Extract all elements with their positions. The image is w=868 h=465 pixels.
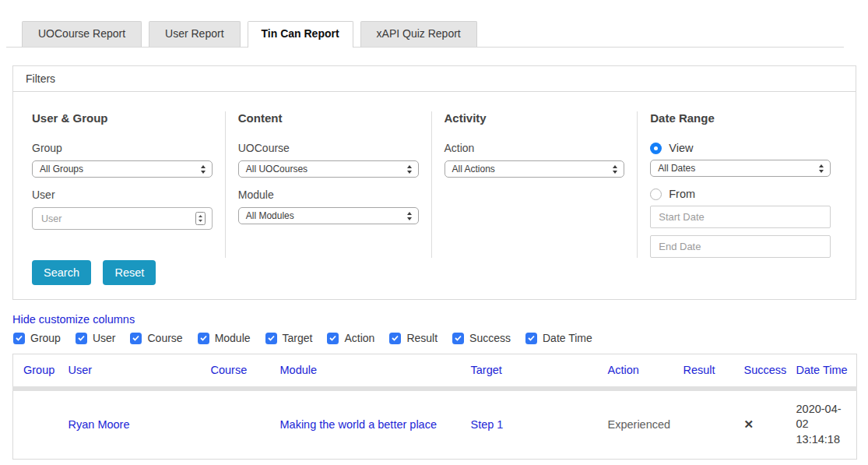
filters-actions: Search Reset (13, 258, 856, 299)
column-toggle-result[interactable]: Result (389, 332, 438, 344)
filter-section-user-group: User & Group Group All Groups User User (26, 111, 225, 258)
tab-xapi-quiz-report[interactable]: xAPI Quiz Report (360, 21, 477, 47)
checkbox-checked-icon[interactable] (452, 333, 464, 344)
checkbox-checked-icon[interactable] (327, 333, 339, 344)
search-button[interactable]: Search (32, 260, 91, 285)
column-toggle-date-time[interactable]: Date Time (525, 332, 592, 344)
checkbox-checked-icon[interactable] (13, 333, 25, 344)
select-updown-icon (612, 164, 618, 177)
combo-stepper-icon (195, 212, 206, 227)
column-toggle-label: Date Time (543, 332, 592, 344)
start-date-input[interactable]: Start Date (650, 206, 831, 228)
tab-tin-can-report[interactable]: Tin Can Report (248, 21, 353, 48)
group-select-value: All Groups (40, 164, 83, 174)
column-toggle-label: Target (283, 332, 313, 344)
group-select[interactable]: All Groups (32, 160, 213, 178)
column-toggle-group[interactable]: Group (13, 332, 61, 344)
uocourse-label: UOCourse (238, 142, 419, 155)
columns-toggle-row: Group User Course Module Target Action R… (13, 332, 868, 344)
cell-module-link[interactable]: Making the world a better place (274, 389, 465, 459)
select-updown-icon (818, 164, 824, 176)
column-toggle-module[interactable]: Module (198, 332, 251, 344)
checkbox-checked-icon[interactable] (130, 333, 142, 344)
cell-target-link[interactable]: Step 1 (465, 389, 602, 459)
dates-select[interactable]: All Dates (650, 160, 831, 177)
user-input[interactable]: User (32, 207, 213, 230)
checkbox-checked-icon[interactable] (389, 333, 401, 344)
checkbox-checked-icon[interactable] (76, 333, 87, 344)
column-toggle-label: Course (147, 332, 182, 344)
action-select[interactable]: All Actions (445, 160, 625, 178)
table-header-row: Group User Course Module Target Action R… (13, 354, 857, 389)
reset-button[interactable]: Reset (103, 260, 156, 285)
end-date-placeholder: End Date (659, 241, 701, 252)
select-updown-icon (406, 211, 413, 224)
filters-body: User & Group Group All Groups User User … (13, 92, 856, 258)
user-label: User (32, 188, 213, 202)
column-toggle-label: Group (30, 332, 61, 344)
col-header-date-time[interactable]: Date Time (790, 354, 857, 389)
group-label: Group (32, 142, 213, 155)
uocourse-select-value: All UOCourses (246, 164, 307, 174)
tab-user-report[interactable]: User Report (149, 21, 240, 47)
tab-uocourse-report[interactable]: UOCourse Report (22, 21, 142, 47)
checkbox-checked-icon[interactable] (525, 333, 537, 344)
checkbox-checked-icon[interactable] (198, 333, 209, 344)
column-toggle-label: User (93, 332, 116, 344)
filters-panel: Filters User & Group Group All Groups Us… (12, 65, 856, 300)
end-date-input[interactable]: End Date (650, 235, 831, 258)
filter-section-date-range: Date Range View All Dates From Start Dat… (637, 111, 843, 258)
module-select-value: All Modules (246, 210, 294, 221)
cell-group (13, 389, 62, 459)
col-header-result[interactable]: Result (677, 354, 738, 389)
column-toggle-action[interactable]: Action (327, 332, 374, 344)
cell-user-link[interactable]: Ryan Moore (62, 389, 205, 459)
report-tabs: UOCourse Report User Report Tin Can Repo… (6, 21, 844, 48)
col-header-success[interactable]: Success (738, 354, 790, 389)
col-header-course[interactable]: Course (205, 354, 274, 389)
hide-customize-columns-link[interactable]: Hide customize columns (12, 314, 135, 326)
action-label: Action (445, 142, 625, 155)
cell-action: Experienced (602, 389, 677, 459)
select-updown-icon (200, 164, 206, 177)
col-header-module[interactable]: Module (274, 354, 465, 389)
column-toggle-course[interactable]: Course (130, 332, 182, 344)
column-toggle-label: Success (469, 332, 511, 344)
module-label: Module (238, 188, 419, 202)
from-radio-label: From (669, 188, 695, 201)
column-toggle-label: Module (215, 332, 251, 344)
cell-date-time: 2020-04-02 13:14:18 (790, 389, 857, 459)
section-heading-activity: Activity (445, 111, 625, 125)
cell-success-x-icon: ✕ (738, 389, 790, 459)
column-toggle-label: Action (344, 332, 374, 344)
cell-result (677, 389, 738, 459)
filters-title: Filters (13, 66, 856, 92)
module-select[interactable]: All Modules (238, 207, 419, 224)
checkbox-checked-icon[interactable] (265, 333, 277, 344)
report-table: Group User Course Module Target Action R… (12, 354, 857, 460)
col-header-target[interactable]: Target (465, 354, 602, 389)
section-heading-user-group: User & Group (32, 111, 213, 125)
view-radio[interactable] (650, 143, 662, 154)
section-heading-date-range: Date Range (650, 111, 831, 125)
from-radio-row: From (650, 188, 831, 201)
column-toggle-success[interactable]: Success (452, 332, 511, 344)
action-select-value: All Actions (452, 164, 495, 174)
column-toggle-label: Result (406, 332, 438, 344)
column-toggle-user[interactable]: User (76, 332, 116, 344)
view-radio-label: View (669, 142, 693, 155)
view-radio-row: View (650, 142, 831, 155)
filter-section-activity: Activity Action All Actions (431, 111, 638, 258)
select-updown-icon (406, 164, 413, 177)
filter-section-content: Content UOCourse All UOCourses Module Al… (225, 111, 431, 258)
table-row: Ryan Moore Making the world a better pla… (13, 389, 857, 459)
col-header-user[interactable]: User (62, 354, 205, 389)
col-header-action[interactable]: Action (602, 354, 677, 389)
from-radio[interactable] (650, 188, 662, 200)
column-toggle-target[interactable]: Target (265, 332, 313, 344)
section-heading-content: Content (238, 111, 419, 125)
start-date-placeholder: Start Date (659, 211, 705, 223)
dates-select-value: All Dates (658, 163, 695, 174)
uocourse-select[interactable]: All UOCourses (238, 160, 419, 178)
col-header-group[interactable]: Group (13, 354, 62, 389)
